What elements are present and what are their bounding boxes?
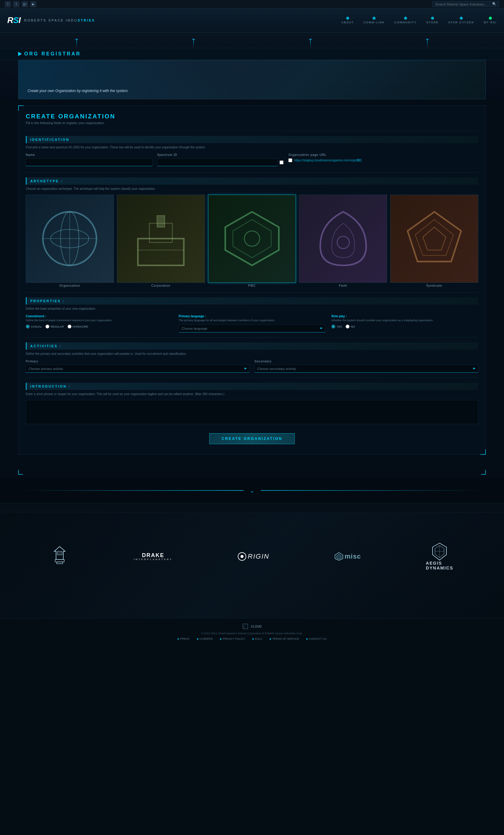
roleplay-label: Role play : bbox=[331, 314, 478, 318]
nav-community[interactable]: COMMUNITY bbox=[395, 17, 417, 24]
footer-link-eula[interactable]: EULA bbox=[252, 637, 262, 640]
rsi-logo[interactable]: RSI bbox=[7, 16, 21, 25]
nav-starcitizen[interactable]: STAR CITIZEN bbox=[448, 17, 474, 24]
hero-lights bbox=[0, 39, 504, 48]
nav-items: ABOUT COMM-LINK COMMUNITY STORE STAR CIT… bbox=[341, 17, 497, 24]
origin-logo: RIGIN bbox=[238, 552, 269, 561]
roleplay-group: Role play : Whether the system should co… bbox=[331, 314, 478, 333]
partner-misc: misc bbox=[335, 552, 361, 561]
footer-link-contact[interactable]: CONTACT US bbox=[306, 637, 326, 640]
url-suffix: $ID bbox=[357, 159, 362, 162]
twitter-icon[interactable]: t bbox=[13, 1, 19, 7]
nav-label-store: STORE bbox=[426, 21, 439, 24]
archetype-corporation[interactable]: Corporation bbox=[117, 195, 205, 287]
introduction-title: INTRODUCTION : bbox=[30, 385, 475, 388]
facebook-icon[interactable]: f bbox=[5, 1, 11, 7]
roleplay-desc: Whether the system should consider your … bbox=[331, 319, 478, 322]
footer-careers-label: CAREERS bbox=[200, 637, 213, 640]
url-checkbox[interactable] bbox=[288, 158, 292, 162]
roleplay-radio-group: YES NO bbox=[331, 325, 478, 328]
search-bar: 🔍 bbox=[432, 1, 499, 7]
archetype-pmc-image bbox=[208, 195, 296, 283]
nav-label-community: COMMUNITY bbox=[395, 21, 417, 24]
archetype-corp-label: Corporation bbox=[152, 284, 170, 287]
nav-store[interactable]: STORE bbox=[426, 17, 439, 24]
secondary-activity-group: Secondary Choose secondary activity Comb… bbox=[255, 360, 478, 373]
svg-marker-13 bbox=[423, 227, 446, 250]
drake-logo-text: DRAKE bbox=[142, 552, 164, 558]
svg-marker-19 bbox=[337, 554, 341, 559]
introduction-textarea[interactable] bbox=[26, 400, 478, 424]
footer-contact-label: CONTACT US bbox=[309, 637, 326, 640]
identification-fields: Name Spectrum ID Organization page URL h… bbox=[26, 153, 478, 167]
youtube-icon[interactable]: ▶ bbox=[30, 1, 36, 7]
hero-banner-text: Create your own Organization by register… bbox=[27, 89, 128, 93]
footer-tos-label: TERMS OF SERVICE bbox=[272, 637, 299, 640]
name-label: Name bbox=[26, 153, 152, 157]
divider-5 bbox=[26, 378, 478, 378]
commitment-casual[interactable]: CASUAL bbox=[26, 325, 42, 328]
org-header: ORG REGISTRAR bbox=[0, 48, 504, 60]
nav-about[interactable]: ABOUT bbox=[341, 17, 354, 24]
svg-text:C: C bbox=[243, 626, 245, 628]
divider-bar bbox=[0, 503, 504, 512]
sid-checkbox[interactable] bbox=[280, 161, 283, 164]
commitment-hardcore[interactable]: HARDCORE bbox=[67, 325, 88, 328]
primary-activity-select[interactable]: Choose primary activity Combat Trading E… bbox=[26, 365, 249, 373]
divider-4 bbox=[26, 337, 478, 338]
search-input[interactable] bbox=[435, 2, 492, 6]
secondary-activity-select[interactable]: Choose secondary activity Combat Trading… bbox=[255, 365, 478, 373]
gplus-icon[interactable]: g+ bbox=[22, 1, 28, 7]
svg-rect-15 bbox=[57, 562, 63, 564]
roleplay-no-radio[interactable] bbox=[346, 325, 349, 328]
roleplay-yes[interactable]: YES bbox=[331, 325, 342, 328]
commitment-desc: Define the level of player involvement r… bbox=[26, 319, 173, 322]
bottom-decorations bbox=[0, 467, 504, 478]
create-org-button[interactable]: Create organization bbox=[209, 433, 295, 444]
archetype-organization[interactable]: Organization bbox=[26, 195, 114, 287]
partner-drake: DRAKE INTERPLANETARY bbox=[134, 552, 173, 561]
partner-origin: RIGIN bbox=[238, 552, 269, 561]
commitment-casual-radio[interactable] bbox=[26, 325, 30, 328]
language-group: Primary language : The primary language … bbox=[179, 314, 326, 333]
create-btn-wrap: Create organization bbox=[26, 430, 478, 447]
archetype-pmc[interactable]: PMC bbox=[208, 195, 296, 287]
nav-myrsi[interactable]: MY RSI bbox=[484, 17, 497, 24]
footer-link-tos[interactable]: TERMS OF SERVICE bbox=[269, 637, 299, 640]
archetype-faith[interactable]: Faith bbox=[299, 195, 387, 287]
nav-dot-myrsi bbox=[489, 17, 492, 20]
properties-title: PROPERTIES : bbox=[30, 299, 475, 303]
activities-desc: Define the primary and secondary activit… bbox=[26, 352, 478, 355]
properties-grid: Commitment : Define the level of player … bbox=[26, 314, 478, 333]
hero-section: ORG REGISTRAR Create your own Organizati… bbox=[0, 33, 504, 99]
origin-text: RIGIN bbox=[248, 552, 269, 561]
nav-dot-store bbox=[431, 17, 434, 20]
name-input[interactable] bbox=[26, 158, 152, 166]
light-beam-3 bbox=[310, 39, 311, 48]
language-select[interactable]: Choose language English French German bbox=[179, 325, 326, 332]
nav-commlink[interactable]: COMM-LINK bbox=[363, 17, 385, 24]
nav-label-commlink: COMM-LINK bbox=[363, 21, 385, 24]
properties-desc: Define the base properties of your new o… bbox=[26, 307, 478, 310]
divider-2 bbox=[26, 172, 478, 172]
aegis-text: AEGISDYNAMICS bbox=[426, 561, 453, 570]
sid-input[interactable] bbox=[157, 158, 278, 166]
commitment-regular-radio[interactable] bbox=[45, 325, 49, 328]
archetype-syndicate[interactable]: Syndicate bbox=[390, 195, 478, 287]
roleplay-no[interactable]: NO bbox=[346, 325, 355, 328]
commitment-regular[interactable]: REGULAR bbox=[45, 325, 64, 328]
roleplay-yes-radio[interactable] bbox=[331, 325, 335, 328]
cloud-logo-icon: C bbox=[242, 624, 248, 629]
nav-label-about: ABOUT bbox=[341, 21, 354, 24]
identification-desc: First pick a name and spectrum ID (SID) … bbox=[26, 146, 478, 149]
footer-link-press[interactable]: PRESS bbox=[178, 637, 189, 640]
url-checkbox-row: https://staging.cloudimperiumgames.com/o… bbox=[288, 158, 478, 162]
name-field-group: Name bbox=[26, 153, 152, 167]
footer: C CLOUD © 2012-2014 Cloud Imperium Games… bbox=[0, 618, 504, 645]
footer-link-privacy[interactable]: PRIVACY POLICY bbox=[220, 637, 245, 640]
url-field-group: Organization page URL https://staging.cl… bbox=[288, 153, 478, 167]
footer-link-careers[interactable]: CAREERS bbox=[197, 637, 213, 640]
commitment-hardcore-radio[interactable] bbox=[67, 325, 72, 328]
light-beam-4 bbox=[427, 39, 428, 48]
footer-privacy-label: PRIVACY POLICY bbox=[223, 637, 245, 640]
